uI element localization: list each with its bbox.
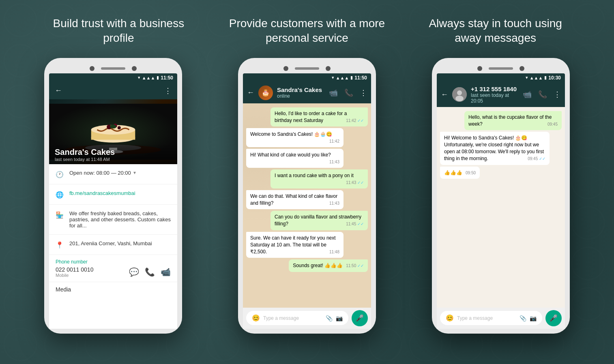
mic-button-3[interactable]: 🎤 <box>545 310 562 326</box>
headline-3: Always stay in touch using away messages <box>414 16 577 46</box>
video-call-icon-3[interactable]: 📹 <box>523 90 532 99</box>
message-1: Hello, I'd like to order a cake for a bi… <box>271 107 368 127</box>
back-arrow-2-icon[interactable]: ← <box>247 88 254 97</box>
message-4: I want a round cake with a pony on it 11… <box>271 169 368 188</box>
chat-messages-2[interactable]: Hello, I'd like to order a cake for a bi… <box>243 103 371 308</box>
more-icon-2[interactable]: ⋮ <box>360 88 367 97</box>
sensor-dot-2 <box>326 66 331 71</box>
website-item[interactable]: 🌐 fb.me/sandrascakesmumbai <box>49 184 177 205</box>
phone-3-top <box>437 63 565 73</box>
svg-point-8 <box>118 126 121 129</box>
signal-icon-3: ▲▲▲ <box>530 75 543 80</box>
phones-row: ▾ ▲▲▲ ▮ 11:50 ← ⋮ <box>0 58 614 364</box>
phone-2: ▾ ▲▲▲ ▮ 11:50 ← 🎂 Sandra's Cakes online <box>238 58 376 334</box>
message-2: Welcome to Sandra's Cakes! 🎂🧁😋 11:42 <box>246 128 343 147</box>
sensor-dot <box>132 66 137 71</box>
back-arrow-icon[interactable]: ← <box>55 86 62 95</box>
location-icon: 📍 <box>56 241 64 249</box>
camera-dot <box>90 66 94 71</box>
attach-icon-3[interactable]: 📎 <box>520 315 526 321</box>
away-message-3: 👍👍👍 09:50 <box>440 167 480 179</box>
chat-input-bar-3: 😊 Type a message 📎 📷 🎤 <box>437 308 565 329</box>
status-bar-1: ▾ ▲▲▲ ▮ 11:50 <box>49 73 177 82</box>
message-7: Sure. We can have it ready for you next … <box>246 232 343 258</box>
contact-name-3: +1 312 555 1840 <box>471 86 519 92</box>
message-input-field-3[interactable]: 😊 Type a message 📎 📷 <box>440 311 542 325</box>
chat-messages-3[interactable]: Hello, what is the cupcake flavor of the… <box>437 107 565 308</box>
business-description: We offer freshly baked breads, cakes, pa… <box>69 210 171 229</box>
battery-icon-3: ▮ <box>544 75 547 80</box>
phone-type: Mobile <box>56 273 93 278</box>
attach-icon-2[interactable]: 📎 <box>326 315 333 321</box>
camera-dot-3 <box>477 66 482 71</box>
sensor-dot-3 <box>520 66 524 71</box>
chat-status-2: online <box>277 93 325 99</box>
phone-number: 022 0011 0010 <box>56 266 93 273</box>
message-8: Sounds great! 👍👍👍 11:50 ✓✓ <box>289 259 368 272</box>
camera-icon-2[interactable]: 📷 <box>336 315 343 321</box>
globe-icon: 🌐 <box>56 191 64 199</box>
phone-1-top <box>49 63 177 73</box>
website-link[interactable]: fb.me/sandrascakesmumbai <box>69 190 171 196</box>
chat-actions-3: 📹 📞 ⋮ <box>523 90 561 99</box>
phone-call-icon-3[interactable]: 📞 <box>538 90 547 99</box>
away-message-2: Hi! Welcome to Sandra's Cakes! 🎂😋 Unfort… <box>440 132 550 165</box>
input-placeholder-2: Type a message <box>263 315 322 321</box>
contact-avatar-2: 🎂 <box>258 86 273 100</box>
hours-dropdown-icon[interactable]: ▾ <box>133 170 136 176</box>
phone-2-screen: ▾ ▲▲▲ ▮ 11:50 ← 🎂 Sandra's Cakes online <box>243 73 371 329</box>
message-3: Hi! What kind of cake would you like? 11… <box>246 149 343 168</box>
message-6: Can you do vanilla flavor and strawberry… <box>271 211 368 230</box>
emoji-icon-3[interactable]: 😊 <box>446 314 454 322</box>
message-input-field-2[interactable]: 😊 Type a message 📎 📷 <box>246 311 348 325</box>
phone-label: Phone number <box>56 259 171 265</box>
phone-1: ▾ ▲▲▲ ▮ 11:50 ← ⋮ <box>44 58 182 334</box>
phone-2-top <box>243 63 371 73</box>
svg-point-13 <box>457 90 462 95</box>
speaker-bar-3 <box>489 67 513 70</box>
phone-call-icon[interactable]: 📞 <box>344 88 353 97</box>
hours-item: 🕐 Open now: 08:00 — 20:00 ▾ <box>49 164 177 184</box>
status-bar-2: ▾ ▲▲▲ ▮ 11:50 <box>243 73 371 82</box>
wifi-icon-2: ▾ <box>332 75 334 80</box>
video-call-icon[interactable]: 📹 <box>329 88 338 97</box>
more-icon-3[interactable]: ⋮ <box>554 90 561 99</box>
profile-info-list: 🕐 Open now: 08:00 — 20:00 ▾ 🌐 fb.me/sand… <box>49 164 177 329</box>
camera-icon-3[interactable]: 📷 <box>530 315 537 321</box>
call-icon[interactable]: 📞 <box>145 267 155 277</box>
more-options-icon[interactable]: ⋮ <box>164 86 172 95</box>
status-time-2: 11:50 <box>354 75 367 81</box>
profile-header-image: Sandra's Cakes last seen today at 11:48 … <box>49 99 177 164</box>
status-bar-3: ▾ ▲▲▲ ▮ 10:30 <box>437 73 565 82</box>
headline-2: Provide customers with a more personal s… <box>226 16 388 46</box>
profile-last-seen: last seen today at 11:48 AM <box>55 157 172 162</box>
video-icon[interactable]: 📹 <box>161 267 171 277</box>
chat-name-2: Sandra's Cakes <box>277 86 325 93</box>
input-placeholder-3: Type a message <box>457 315 516 321</box>
mic-icon-3: 🎤 <box>550 314 558 322</box>
emoji-icon-2[interactable]: 😊 <box>252 314 260 322</box>
media-section: Media <box>49 282 177 297</box>
speaker-bar-2 <box>295 67 319 70</box>
clock-icon: 🕐 <box>56 171 64 178</box>
svg-point-14 <box>455 96 464 101</box>
away-message-1: Hello, what is the cupcake flavor of the… <box>464 111 562 131</box>
back-arrow-3-icon[interactable]: ← <box>441 90 448 99</box>
headline-1: Build trust with a business profile <box>37 16 200 46</box>
speaker-bar <box>101 67 125 70</box>
status-time-3: 10:30 <box>548 75 561 81</box>
phone-section: Phone number 022 0011 0010 Mobile 💬 📞 📹 <box>49 255 177 282</box>
mic-button-2[interactable]: 🎤 <box>352 310 368 326</box>
message-5: We can do that. What kind of cake flavor… <box>246 190 343 210</box>
profile-header-bar: ← ⋮ <box>49 82 177 99</box>
signal-icon-2: ▲▲▲ <box>336 75 349 80</box>
headlines-row: Build trust with a business profile Prov… <box>0 0 614 58</box>
page-wrapper: Build trust with a business profile Prov… <box>0 0 614 364</box>
profile-name: Sandra's Cakes <box>55 148 172 157</box>
phone-1-screen: ▾ ▲▲▲ ▮ 11:50 ← ⋮ <box>49 73 177 329</box>
contact-action-icons: 💬 📞 📹 <box>129 267 171 277</box>
status-time-1: 11:50 <box>161 75 173 81</box>
mic-icon-2: 🎤 <box>356 314 364 322</box>
svg-point-9 <box>110 124 116 128</box>
message-icon[interactable]: 💬 <box>129 267 139 277</box>
